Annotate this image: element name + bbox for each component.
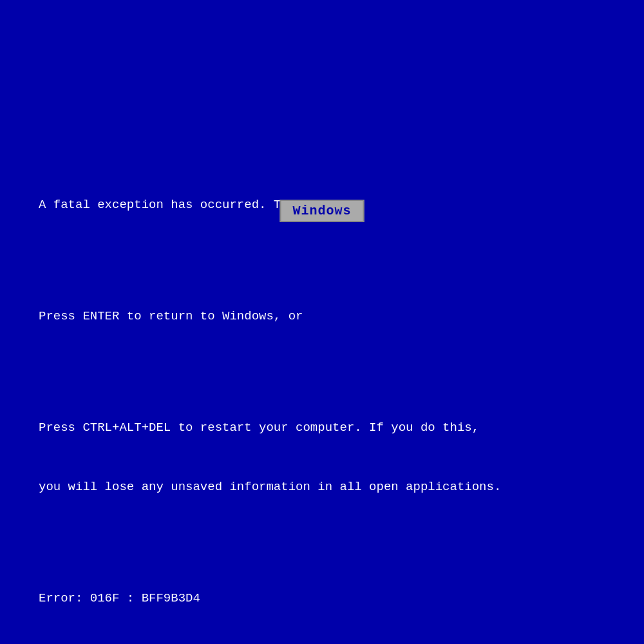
bsod-line5: Error: 016F : BFF9B3D4	[39, 589, 501, 609]
bsod-message: A fatal exception has occurred. To conti…	[39, 156, 501, 644]
bsod-line2: Press ENTER to return to Windows, or	[39, 307, 501, 327]
bsod-line4: you will lose any unsaved information in…	[39, 477, 501, 497]
bsod-screen: Windows A fatal exception has occurred. …	[0, 0, 644, 644]
bsod-line3: Press CTRL+ALT+DEL to restart your compu…	[39, 418, 501, 438]
windows-title-bar: Windows	[279, 200, 364, 222]
bsod-line1: A fatal exception has occurred. To conti…	[39, 195, 501, 215]
